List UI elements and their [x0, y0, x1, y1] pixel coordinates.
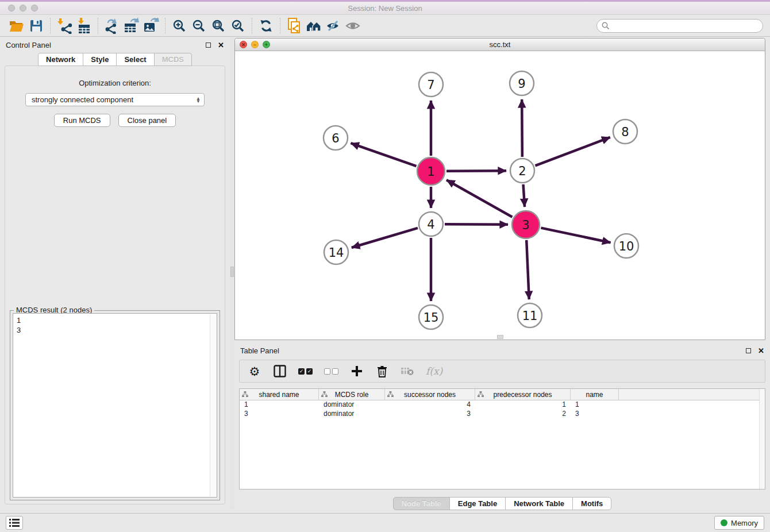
graph-edge-1-2[interactable]	[446, 171, 506, 171]
close-panel-icon[interactable]: ✕	[218, 41, 224, 49]
table-cell[interactable]: dominator	[319, 410, 385, 419]
tab-node-table[interactable]: Node Table	[393, 497, 450, 510]
tab-network[interactable]: Network	[38, 53, 83, 66]
run-mcds-button[interactable]: Run MCDS	[54, 114, 110, 127]
import-table-icon[interactable]	[74, 17, 94, 34]
graph-edge-3-10[interactable]	[541, 228, 610, 243]
eye-slash-icon[interactable]	[324, 17, 343, 34]
criterion-dropdown[interactable]: strongly connected component ▲▼	[25, 93, 205, 106]
table-cell[interactable]: 3	[240, 410, 319, 419]
column-header-predecessor-nodes[interactable]: predecessor nodes	[475, 389, 571, 400]
graph-edge-2-8[interactable]	[535, 137, 610, 166]
tab-select[interactable]: Select	[116, 53, 154, 66]
save-session-icon[interactable]	[26, 17, 46, 34]
splitter-grip[interactable]	[230, 267, 234, 277]
main-toolbar	[0, 15, 770, 37]
column-header-mcds-role[interactable]: MCDS role	[319, 389, 385, 400]
tab-motifs[interactable]: Motifs	[572, 497, 611, 510]
memory-status-icon	[721, 519, 727, 526]
table-float-panel-icon[interactable]	[746, 348, 751, 353]
export-network-icon[interactable]	[102, 17, 122, 34]
criterion-dropdown-value: strongly connected component	[32, 95, 196, 104]
import-network-icon[interactable]	[55, 17, 74, 34]
graph-node-label-15: 15	[424, 311, 439, 325]
table-cell[interactable]: 3	[385, 410, 475, 419]
graph-edge-3-11[interactable]	[526, 240, 529, 299]
network-window-titlebar[interactable]: ✕ − + scc.txt	[235, 38, 765, 51]
table-row[interactable]: 1dominator411	[240, 400, 765, 410]
table-cell[interactable]: 1	[475, 400, 571, 410]
column-label: name	[586, 391, 603, 399]
network-canvas[interactable]: 7968124314101511	[235, 51, 765, 340]
result-scrollbar[interactable]	[210, 314, 217, 496]
canvas-scrollbar-thumb[interactable]	[497, 335, 503, 339]
table-toolbar: ⚙ ✓✓ f(x)	[239, 360, 765, 383]
column-header-successor-nodes[interactable]: successor nodes	[385, 389, 475, 400]
split-columns-icon[interactable]	[273, 364, 287, 379]
control-panel-tabs: NetworkStyleSelectMCDS	[0, 53, 230, 66]
close-panel-button[interactable]: Close panel	[118, 114, 176, 127]
gear-icon[interactable]: ⚙	[248, 364, 261, 379]
zoom-in-icon[interactable]	[170, 17, 189, 34]
table-cell[interactable]: 4	[385, 400, 475, 410]
memory-button[interactable]: Memory	[714, 516, 764, 530]
refresh-layout-icon[interactable]	[256, 17, 276, 34]
export-table-icon[interactable]	[122, 17, 141, 34]
zoom-out-icon[interactable]	[189, 17, 209, 34]
table-cell[interactable]: 1	[571, 400, 619, 410]
clear-selection-icon[interactable]	[324, 364, 338, 379]
table-cell[interactable]: 2	[475, 410, 571, 419]
tab-style[interactable]: Style	[83, 53, 117, 66]
network-graph: 7968124314101511	[235, 51, 765, 340]
graph-edge-2-3[interactable]	[523, 184, 525, 207]
hierarchy-icon	[478, 391, 484, 399]
graph-node-label-9: 9	[518, 77, 525, 91]
table-cell[interactable]: dominator	[319, 400, 385, 410]
table-scrollbar[interactable]	[759, 389, 765, 489]
column-header-shared-name[interactable]: shared name	[240, 389, 319, 400]
zoom-fit-icon[interactable]	[209, 17, 228, 34]
delete-table-icon	[401, 364, 414, 379]
search-field	[596, 19, 763, 33]
node-table[interactable]: shared nameMCDS rolesuccessor nodesprede…	[239, 388, 765, 489]
open-session-icon[interactable]	[7, 17, 26, 34]
dropdown-stepper-icon: ▲▼	[196, 97, 201, 103]
select-all-icon[interactable]: ✓✓	[298, 364, 313, 379]
network-documents-icon[interactable]	[284, 17, 304, 34]
add-column-icon[interactable]	[350, 364, 364, 379]
houses-icon[interactable]	[304, 17, 324, 34]
task-history-button[interactable]	[6, 516, 23, 530]
task-list-icon	[9, 519, 20, 527]
graph-node-label-1: 1	[427, 165, 434, 179]
node-table-header: shared nameMCDS rolesuccessor nodesprede…	[240, 389, 765, 400]
tab-mcds[interactable]: MCDS	[154, 53, 192, 66]
export-image-icon[interactable]	[141, 17, 161, 34]
table-cell[interactable]: 3	[571, 410, 619, 419]
table-panel: Table Panel ✕ ⚙ ✓✓ f(x) shared nameMCDS …	[234, 342, 770, 511]
table-cell[interactable]: 1	[240, 400, 319, 410]
tab-edge-table[interactable]: Edge Table	[449, 497, 506, 510]
table-close-panel-icon[interactable]: ✕	[758, 346, 764, 355]
tab-network-table[interactable]: Network Table	[505, 497, 573, 510]
zoom-selected-icon[interactable]	[228, 17, 248, 34]
graph-node-label-7: 7	[427, 78, 434, 92]
graph-edge-1-6[interactable]	[351, 143, 416, 166]
column-label: predecessor nodes	[493, 391, 552, 399]
delete-column-icon[interactable]	[375, 364, 389, 379]
graph-edge-4-3[interactable]	[445, 224, 508, 225]
graph-edge-4-14[interactable]	[352, 228, 418, 248]
column-label: successor nodes	[404, 391, 456, 399]
network-view-window: ✕ − + scc.txt 7968124314101511	[234, 38, 765, 340]
column-header-name[interactable]: name	[571, 389, 619, 400]
eye-icon[interactable]	[343, 17, 363, 34]
memory-label: Memory	[731, 519, 758, 527]
mcds-result-group: MCDS result (2 nodes) 1 3	[10, 310, 220, 500]
graph-edge-2-9[interactable]	[522, 99, 522, 157]
panel-splitter[interactable]	[230, 37, 234, 509]
graph-edge-3-1[interactable]	[446, 180, 512, 217]
mcds-result-list[interactable]: 1 3	[13, 313, 217, 498]
graph-node-label-8: 8	[621, 125, 629, 139]
float-panel-icon[interactable]	[206, 43, 211, 48]
search-input[interactable]	[596, 19, 763, 33]
table-row[interactable]: 3dominator323	[240, 410, 765, 419]
